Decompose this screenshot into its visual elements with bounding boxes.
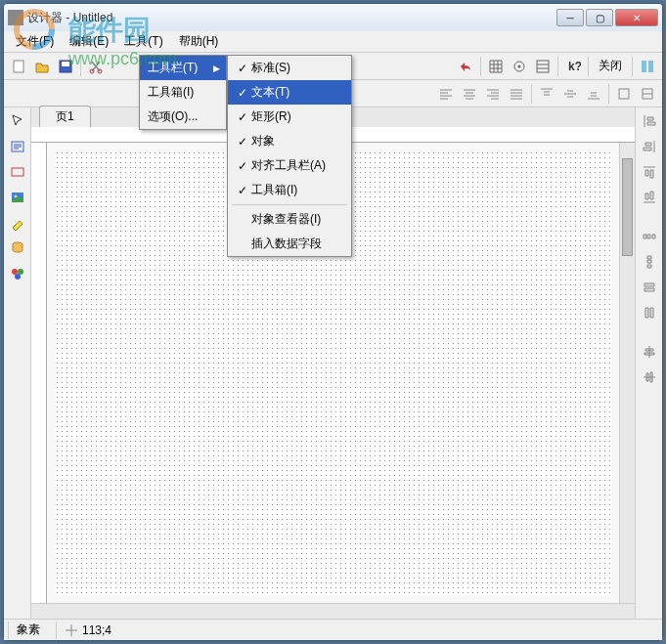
status-coords-value: 113;4 <box>82 623 111 637</box>
snap-button[interactable] <box>509 56 530 77</box>
svg-rect-10 <box>648 61 653 72</box>
help-button[interactable]: k? <box>562 56 584 77</box>
align-bottom-edge[interactable] <box>640 188 659 207</box>
menu-tools[interactable]: 工具(T) <box>116 31 170 52</box>
svg-point-19 <box>18 269 23 275</box>
align-left-edge[interactable] <box>640 111 659 131</box>
grid-button[interactable] <box>485 56 507 77</box>
check-icon: ✓ <box>236 62 249 75</box>
check-icon: ✓ <box>236 135 249 149</box>
app-icon <box>8 10 23 25</box>
toolbar-flyout: ✓ 标准(S) ✓ 文本(T) ✓ 矩形(R) ✓ 对象 ✓ 对齐工具栏(A) … <box>227 55 352 257</box>
align-top-edge[interactable] <box>640 162 659 182</box>
valign-middle-button[interactable] <box>559 83 581 105</box>
statusbar: 象素 113;4 <box>4 619 662 640</box>
align-left-button[interactable] <box>435 83 457 105</box>
undo-button[interactable] <box>455 56 476 77</box>
same-height[interactable] <box>640 303 659 322</box>
new-button[interactable] <box>8 56 29 77</box>
right-align-toolbar <box>635 107 662 619</box>
maximize-button[interactable]: ▢ <box>586 9 613 26</box>
align-justify-button[interactable] <box>506 83 527 105</box>
toolbar-separator <box>557 57 558 76</box>
valign-top-button[interactable] <box>536 83 557 105</box>
flyout-align[interactable]: ✓ 对齐工具栏(A) <box>228 153 351 178</box>
toolbar-separator <box>531 84 532 104</box>
open-button[interactable] <box>31 56 53 77</box>
menubar: 文件(F) 编辑(E) 工具(T) 帮助(H) <box>4 31 662 53</box>
center-v[interactable] <box>640 367 659 387</box>
tools-submenu: 工具栏(T) ▶ 工具箱(I) 选项(O)... <box>139 55 227 130</box>
color-tool[interactable] <box>8 264 27 283</box>
svg-rect-7 <box>537 61 549 72</box>
align-center-button[interactable] <box>459 83 480 105</box>
format1-button[interactable] <box>613 83 635 105</box>
same-width[interactable] <box>640 278 659 297</box>
submenu-toolbar[interactable]: 工具栏(T) ▶ <box>140 56 226 80</box>
toolbar-separator <box>588 57 589 76</box>
flyout-object[interactable]: ✓ 对象 <box>228 129 351 153</box>
scrollbar-horizontal[interactable] <box>31 603 635 619</box>
check-icon: ✓ <box>236 159 249 173</box>
flyout-rect[interactable]: ✓ 矩形(R) <box>228 105 351 129</box>
scrollbar-thumb[interactable] <box>622 158 633 256</box>
close-button[interactable]: ✕ <box>615 9 658 26</box>
format2-button[interactable] <box>637 83 658 105</box>
tab-page1[interactable]: 页1 <box>39 106 91 127</box>
close-toolbar-button[interactable]: 关闭 <box>593 58 628 74</box>
window-controls: ─ ▢ ✕ <box>556 9 658 26</box>
distribute-v[interactable] <box>640 252 659 272</box>
cut-button[interactable] <box>85 56 107 77</box>
check-icon: ✓ <box>236 110 249 124</box>
toolbar-separator <box>608 84 609 104</box>
svg-rect-9 <box>642 61 646 72</box>
save-button[interactable] <box>55 56 76 77</box>
main-window: 设计器 - Untitled ─ ▢ ✕ 文件(F) 编辑(E) 工具(T) 帮… <box>3 3 663 641</box>
crosshair-icon <box>65 623 78 637</box>
flyout-standard[interactable]: ✓ 标准(S) <box>228 56 351 80</box>
window-title: 设计器 - Untitled <box>27 10 556 26</box>
distribute-h[interactable] <box>640 227 659 246</box>
submenu-options[interactable]: 选项(O)... <box>140 105 226 129</box>
minimize-button[interactable]: ─ <box>556 9 584 26</box>
svg-rect-14 <box>12 168 23 176</box>
menu-file[interactable]: 文件(F) <box>8 31 62 52</box>
db-tool[interactable] <box>8 238 27 258</box>
text-tool[interactable] <box>8 137 27 156</box>
valign-bottom-button[interactable] <box>583 83 604 105</box>
svg-rect-11 <box>619 89 629 99</box>
center-h[interactable] <box>640 342 659 362</box>
left-toolbox <box>4 107 31 619</box>
status-unit: 象素 <box>8 622 48 639</box>
svg-rect-0 <box>14 61 23 72</box>
check-icon: ✓ <box>236 86 249 100</box>
toolbar-separator <box>632 57 633 76</box>
layout-button[interactable] <box>637 56 658 77</box>
align-right-button[interactable] <box>482 83 504 105</box>
image-tool[interactable] <box>8 188 27 207</box>
align-right-edge[interactable] <box>640 137 659 156</box>
status-coords: 113;4 <box>56 622 119 639</box>
scrollbar-vertical[interactable] <box>619 143 635 603</box>
svg-point-18 <box>12 269 18 275</box>
flyout-insertfield[interactable]: 插入数据字段 <box>228 232 351 256</box>
submenu-toolbox[interactable]: 工具箱(I) <box>140 80 226 105</box>
toolbar-separator <box>480 57 481 76</box>
draw-tool[interactable] <box>8 213 27 233</box>
pointer-tool[interactable] <box>8 111 27 131</box>
menu-help[interactable]: 帮助(H) <box>171 31 227 52</box>
rect-tool[interactable] <box>8 162 27 182</box>
menu-edit[interactable]: 编辑(E) <box>62 31 116 52</box>
svg-text:k?: k? <box>568 60 581 73</box>
svg-rect-2 <box>62 62 69 66</box>
menu-separator <box>232 204 347 205</box>
flyout-text[interactable]: ✓ 文本(T) <box>228 80 351 105</box>
ruler-vertical[interactable] <box>31 143 47 603</box>
grid2-button[interactable] <box>532 56 554 77</box>
svg-point-20 <box>15 274 21 279</box>
flyout-objviewer[interactable]: 对象查看器(I) <box>228 207 351 232</box>
flyout-toolbox[interactable]: ✓ 工具箱(I) <box>228 178 351 202</box>
titlebar[interactable]: 设计器 - Untitled ─ ▢ ✕ <box>4 4 662 31</box>
check-icon: ✓ <box>236 184 249 197</box>
chevron-right-icon: ▶ <box>213 64 220 73</box>
